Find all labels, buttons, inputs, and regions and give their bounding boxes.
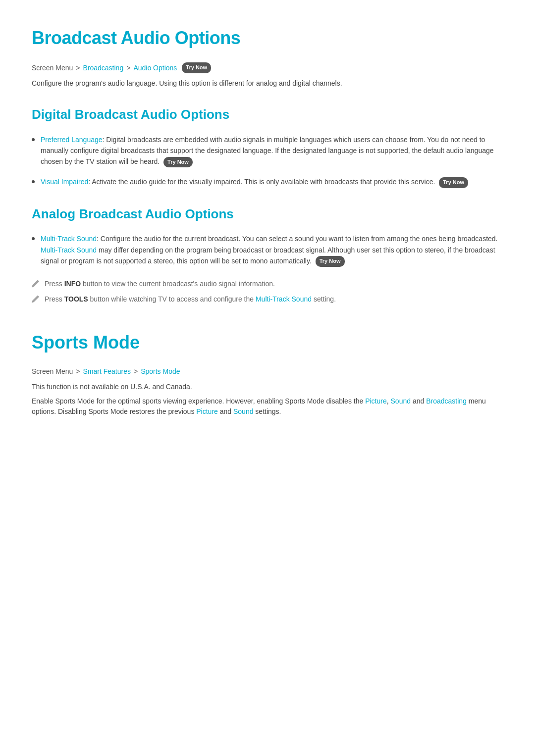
- sports-desc2-end: settings.: [253, 407, 281, 415]
- try-now-badge-multi-track[interactable]: Try Now: [316, 256, 345, 267]
- analog-item-1-body-2: may differ depending on the program bein…: [41, 246, 495, 265]
- sports-section-title: Sports Mode: [32, 328, 503, 357]
- picture-link-1[interactable]: Picture: [365, 397, 387, 405]
- preferred-language-link[interactable]: Preferred Language: [41, 136, 103, 144]
- list-item: Visual Impaired: Activate the audio guid…: [32, 176, 503, 188]
- note-item: Press INFO button to view the current br…: [32, 279, 503, 289]
- sports-desc2-prefix: Enable Sports Mode for the optimal sport…: [32, 397, 365, 405]
- sports-breadcrumb-sep2: >: [134, 366, 138, 377]
- digital-bullet-list: Preferred Language: Digital broadcasts a…: [32, 134, 503, 188]
- note-1-text: Press INFO button to view the current br…: [45, 279, 275, 289]
- breadcrumb-separator-2: >: [126, 62, 130, 73]
- sound-link-1[interactable]: Sound: [391, 397, 411, 405]
- sound-link-2[interactable]: Sound: [233, 407, 253, 415]
- multi-track-sound-link[interactable]: Multi-Track Sound: [41, 235, 97, 243]
- sports-breadcrumb-sep1: >: [76, 366, 80, 377]
- bullet-dot: [32, 237, 35, 240]
- broadcasting-link[interactable]: Broadcasting: [426, 397, 467, 405]
- page-description: Configure the program's audio language. …: [32, 78, 503, 89]
- try-now-badge-preferred-lang[interactable]: Try Now: [163, 157, 193, 168]
- analog-item-1-text: Multi-Track Sound: Configure the audio f…: [41, 233, 503, 267]
- sports-breadcrumb-smart-features[interactable]: Smart Features: [83, 366, 130, 377]
- digital-item-1-text: Preferred Language: Digital broadcasts a…: [41, 134, 503, 168]
- list-item: Preferred Language: Digital broadcasts a…: [32, 134, 503, 168]
- info-keyword: INFO: [64, 280, 81, 288]
- sports-description-1: This function is not available on U.S.A.…: [32, 382, 503, 392]
- analog-section-title: Analog Broadcast Audio Options: [32, 204, 503, 225]
- note-2-end: setting.: [312, 295, 336, 303]
- note-item: Press TOOLS button while watching TV to …: [32, 294, 503, 304]
- sports-section: Sports Mode Screen Menu > Smart Features…: [32, 328, 503, 417]
- sports-desc2-mid4: and: [218, 407, 233, 415]
- analog-notes: Press INFO button to view the current br…: [32, 279, 503, 304]
- digital-item-2-text: Visual Impaired: Activate the audio guid…: [41, 176, 468, 188]
- bullet-dot: [32, 180, 35, 183]
- list-item: Multi-Track Sound: Configure the audio f…: [32, 233, 503, 267]
- sports-desc2-mid2: and: [411, 397, 426, 405]
- sports-description-2: Enable Sports Mode for the optimal sport…: [32, 396, 503, 417]
- pencil-icon: [32, 295, 40, 303]
- multi-track-sound-link-3[interactable]: Multi-Track Sound: [256, 295, 312, 303]
- sports-desc2-mid1: ,: [387, 397, 391, 405]
- digital-item-1-body: : Digital broadcasts are embedded with a…: [41, 136, 494, 166]
- page-title: Broadcast Audio Options: [32, 24, 503, 52]
- breadcrumb-root: Screen Menu: [32, 62, 73, 73]
- visual-impaired-link[interactable]: Visual Impaired: [41, 178, 88, 186]
- picture-link-2[interactable]: Picture: [196, 407, 218, 415]
- sports-breadcrumb-root: Screen Menu: [32, 366, 73, 377]
- breadcrumb-audio-options[interactable]: Audio Options: [133, 62, 177, 73]
- sports-breadcrumb: Screen Menu > Smart Features > Sports Mo…: [32, 366, 503, 377]
- analog-section: Analog Broadcast Audio Options Multi-Tra…: [32, 204, 503, 304]
- note-1-suffix: button to view the current broadcast's a…: [81, 280, 275, 288]
- note-2-prefix: Press: [45, 295, 64, 303]
- analog-item-1-body: : Configure the audio for the current br…: [97, 235, 497, 243]
- pencil-icon: [32, 280, 40, 288]
- multi-track-sound-link-2[interactable]: Multi-Track Sound: [41, 246, 97, 254]
- note-1-prefix: Press: [45, 280, 64, 288]
- bullet-dot: [32, 138, 35, 141]
- digital-section: Digital Broadcast Audio Options Preferre…: [32, 104, 503, 188]
- breadcrumb: Screen Menu > Broadcasting > Audio Optio…: [32, 62, 503, 73]
- digital-section-title: Digital Broadcast Audio Options: [32, 104, 503, 125]
- try-now-badge-visual-impaired[interactable]: Try Now: [439, 177, 468, 188]
- note-2-suffix: button while watching TV to access and c…: [88, 295, 256, 303]
- try-now-badge-header[interactable]: Try Now: [182, 62, 211, 73]
- digital-item-2-body: : Activate the audio guide for the visua…: [88, 178, 435, 186]
- tools-keyword: TOOLS: [64, 295, 88, 303]
- analog-bullet-list: Multi-Track Sound: Configure the audio f…: [32, 233, 503, 267]
- breadcrumb-separator-1: >: [76, 62, 80, 73]
- breadcrumb-broadcasting[interactable]: Broadcasting: [83, 62, 123, 73]
- sports-breadcrumb-sports-mode[interactable]: Sports Mode: [141, 366, 180, 377]
- note-2-text: Press TOOLS button while watching TV to …: [45, 294, 336, 304]
